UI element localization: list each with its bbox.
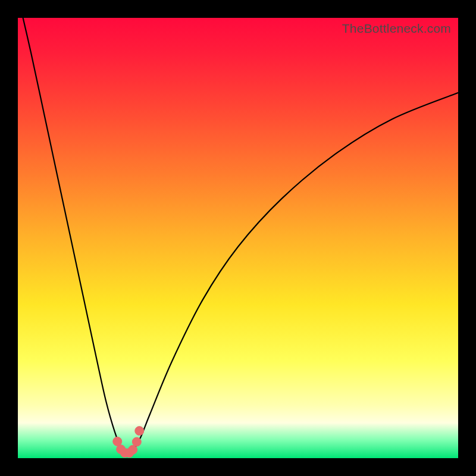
- chart-plot-area: TheBottleneck.com: [18, 18, 458, 458]
- optimum-marker: [113, 437, 122, 446]
- optimum-marker: [132, 437, 141, 446]
- optimum-marker: [129, 445, 137, 454]
- optimum-marker: [135, 427, 144, 436]
- bottleneck-curve: [18, 18, 458, 453]
- bottleneck-curve-svg: [18, 18, 458, 458]
- watermark-text: TheBottleneck.com: [342, 21, 451, 36]
- optimum-marker-group: [113, 427, 144, 458]
